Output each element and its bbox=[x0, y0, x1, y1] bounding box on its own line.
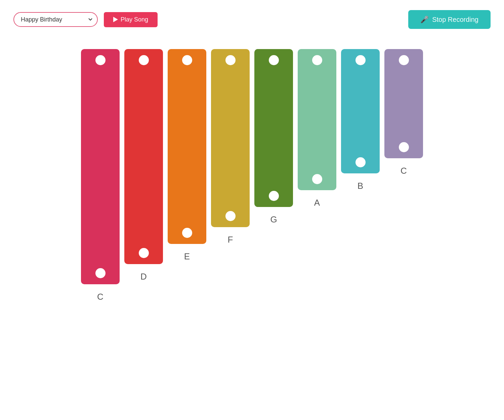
bar-wrapper-a5: A bbox=[298, 49, 336, 208]
xylophone-bar-bar-c2[interactable] bbox=[384, 49, 423, 158]
note-label-c0: C bbox=[97, 292, 103, 302]
song-select[interactable]: Happy BirthdayTwinkle TwinkleMary Had a … bbox=[13, 12, 98, 27]
mic-icon: 🎤 bbox=[420, 15, 429, 24]
bar-dot-bottom bbox=[139, 248, 149, 258]
xylophone-bar-bar-g[interactable] bbox=[254, 49, 293, 207]
note-label-a5: A bbox=[314, 198, 320, 208]
play-icon bbox=[113, 17, 118, 22]
stop-recording-label: Stop Recording bbox=[432, 16, 478, 24]
bar-dot-bottom bbox=[312, 174, 322, 184]
xylophone-bar-bar-b[interactable] bbox=[341, 49, 380, 173]
xylophone-bar-bar-e[interactable] bbox=[168, 49, 206, 244]
bar-dot-bottom bbox=[269, 191, 279, 201]
note-label-b6: B bbox=[358, 181, 363, 191]
bar-dot-top bbox=[269, 55, 279, 65]
note-label-d1: D bbox=[140, 271, 147, 282]
play-song-label: Play Song bbox=[121, 16, 148, 23]
note-label-e2: E bbox=[184, 251, 190, 262]
xylophone-bar-bar-c1[interactable] bbox=[81, 49, 120, 284]
bar-dot-top bbox=[312, 55, 322, 65]
bar-wrapper-g4: G bbox=[254, 49, 293, 225]
bar-dot-top bbox=[355, 55, 366, 65]
bar-wrapper-c0: C bbox=[81, 49, 120, 302]
stop-recording-button[interactable]: 🎤 Stop Recording bbox=[408, 10, 491, 29]
bar-dot-bottom bbox=[399, 142, 409, 152]
bar-wrapper-f3: F bbox=[211, 49, 250, 245]
bar-wrapper-e2: E bbox=[168, 49, 206, 262]
xylophone-bar-bar-f[interactable] bbox=[211, 49, 250, 227]
bar-dot-top bbox=[182, 55, 192, 65]
bar-dot-top bbox=[399, 55, 409, 65]
bar-dot-bottom bbox=[95, 268, 106, 278]
bar-dot-top bbox=[95, 55, 106, 65]
play-song-button[interactable]: Play Song bbox=[104, 12, 158, 27]
note-label-g4: G bbox=[270, 214, 277, 225]
bars-container: CDEFGABC bbox=[81, 49, 423, 312]
xylophone-bar-bar-d[interactable] bbox=[124, 49, 163, 264]
xylophone-bar-bar-a[interactable] bbox=[298, 49, 336, 190]
bar-dot-bottom bbox=[355, 157, 366, 167]
top-left-controls: Happy BirthdayTwinkle TwinkleMary Had a … bbox=[13, 12, 158, 27]
bar-dot-top bbox=[139, 55, 149, 65]
bar-wrapper-d1: D bbox=[124, 49, 163, 282]
bar-wrapper-c7: C bbox=[384, 49, 423, 176]
top-bar: Happy BirthdayTwinkle TwinkleMary Had a … bbox=[0, 0, 504, 36]
bar-dot-top bbox=[225, 55, 236, 65]
bar-dot-bottom bbox=[225, 211, 236, 221]
note-label-c7: C bbox=[401, 166, 407, 176]
note-label-f3: F bbox=[228, 235, 233, 245]
bar-wrapper-b6: B bbox=[341, 49, 380, 191]
xylophone-area: CDEFGABC bbox=[0, 36, 504, 332]
bar-dot-bottom bbox=[182, 228, 192, 238]
